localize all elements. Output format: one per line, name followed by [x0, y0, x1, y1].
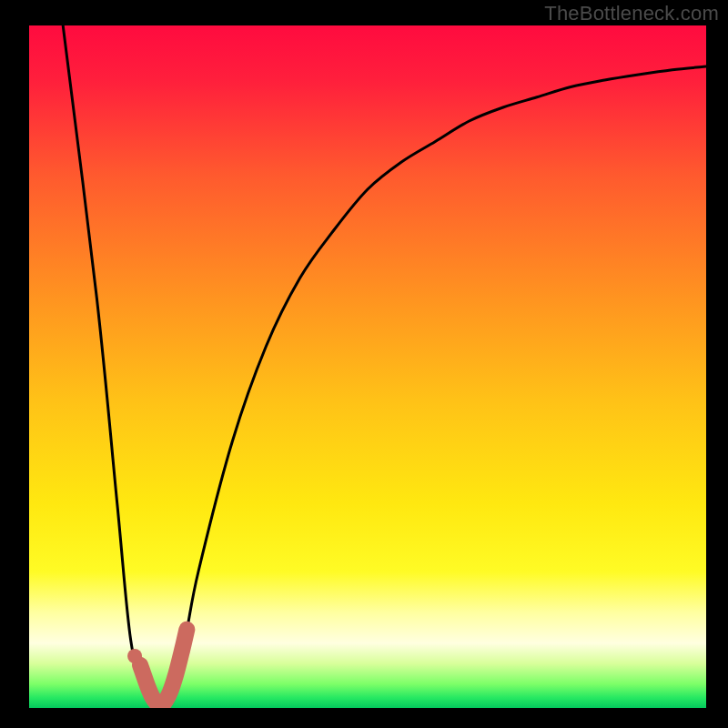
- highlight-dot: [127, 649, 142, 663]
- watermark-text: TheBottleneck.com: [544, 2, 719, 25]
- gradient-background: [29, 25, 706, 708]
- chart-container: TheBottleneck.com: [0, 0, 728, 728]
- chart-svg: [29, 25, 706, 708]
- plot-area: [29, 25, 706, 708]
